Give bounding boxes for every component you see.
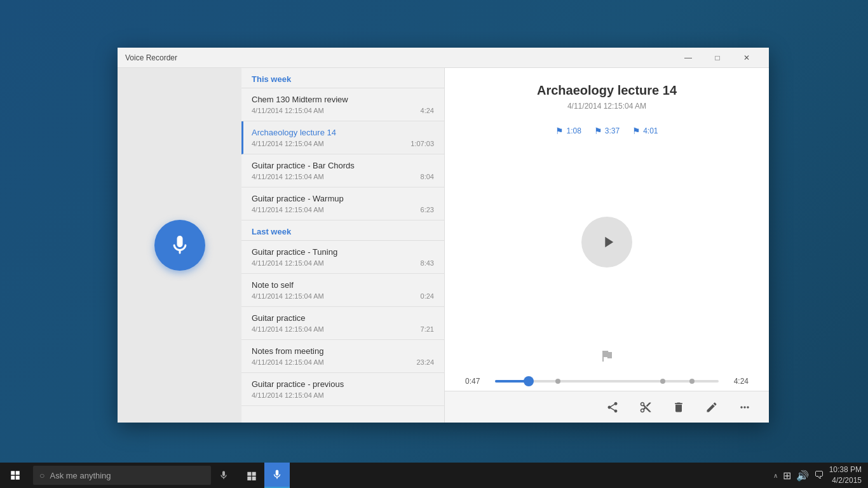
- task-view-button[interactable]: [239, 463, 264, 488]
- record-button[interactable]: [154, 220, 205, 271]
- play-area: [445, 141, 769, 343]
- clock-time: 10:38 PM: [829, 464, 862, 475]
- list-item[interactable]: Guitar practice - Tuning 4/11/2014 12:15…: [241, 241, 444, 274]
- detail-date: 4/11/2014 12:15:04 AM: [465, 102, 749, 111]
- recording-duration: 8:43: [421, 259, 434, 267]
- marker-time-1: 1:08: [566, 126, 581, 135]
- progress-bar[interactable]: [495, 380, 719, 383]
- recording-date: 4/11/2014 12:15:04 AM: [252, 107, 324, 114]
- microphone-icon: [168, 234, 191, 257]
- list-item[interactable]: Archaeology lecture 14 4/11/2014 12:15:0…: [241, 121, 444, 154]
- flag-icon-3: ⚑: [632, 126, 641, 136]
- trim-icon: [639, 401, 652, 414]
- flag-icon-2: ⚑: [594, 126, 602, 136]
- recording-meta: 4/11/2014 12:15:04 AM 0:24: [252, 292, 434, 300]
- marker-2[interactable]: ⚑ 3:37: [594, 126, 620, 136]
- detail-header: Archaeology lecture 14 4/11/2014 12:15:0…: [445, 68, 769, 121]
- windows-icon: [10, 470, 21, 481]
- section-last-week: Last week: [241, 220, 444, 241]
- play-button[interactable]: [581, 217, 632, 268]
- title-bar: Voice Recorder — □ ✕: [118, 48, 769, 68]
- recording-meta: 4/11/2014 12:15:04 AM 8:43: [252, 259, 434, 267]
- maximize-button[interactable]: □: [703, 48, 732, 68]
- list-item[interactable]: Guitar practice - Warmup 4/11/2014 12:15…: [241, 187, 444, 220]
- recording-meta: 4/11/2014 12:15:04 AM 4:24: [252, 107, 434, 114]
- list-item[interactable]: Guitar practice - Bar Chords 4/11/2014 1…: [241, 154, 444, 187]
- recording-date: 4/11/2014 12:15:04 AM: [252, 140, 324, 147]
- more-button[interactable]: [733, 396, 756, 419]
- recording-duration: 7:21: [421, 325, 434, 333]
- flag-add-icon: [599, 348, 614, 363]
- share-button[interactable]: [601, 396, 624, 419]
- taskbar-system-icons: ⊞ 🔊 🗨: [783, 470, 824, 482]
- marker-3[interactable]: ⚑ 4:01: [632, 126, 658, 136]
- recording-date: 4/11/2014 12:15:04 AM: [252, 206, 324, 214]
- recording-name: Guitar practice: [252, 313, 434, 323]
- taskbar: ○ Ask me anything ∧ ⊞: [0, 463, 868, 488]
- recording-name: Archaeology lecture 14: [252, 128, 434, 137]
- recording-date: 4/11/2014 12:15:04 AM: [252, 325, 324, 333]
- rename-icon: [705, 401, 718, 414]
- recording-date: 4/11/2014 12:15:04 AM: [252, 391, 324, 399]
- voice-recorder-taskbar[interactable]: [264, 463, 290, 488]
- recording-meta: 4/11/2014 12:15:04 AM 1:07:03: [252, 140, 434, 147]
- volume-icon: 🔊: [796, 470, 809, 482]
- minimize-button[interactable]: —: [674, 48, 703, 68]
- recording-date: 4/11/2014 12:15:04 AM: [252, 259, 324, 267]
- add-marker-button[interactable]: [599, 348, 614, 367]
- list-item[interactable]: Guitar practice 4/11/2014 12:15:04 AM 7:…: [241, 307, 444, 340]
- notification-icon: 🗨: [814, 470, 824, 481]
- taskbar-buttons: [239, 463, 290, 488]
- list-item[interactable]: Note to self 4/11/2014 12:15:04 AM 0:24: [241, 274, 444, 307]
- recording-meta: 4/11/2014 12:15:04 AM 8:04: [252, 173, 434, 180]
- recording-meta: 4/11/2014 12:15:04 AM 7:21: [252, 325, 434, 333]
- recording-duration: 8:04: [421, 173, 434, 180]
- recording-name: Guitar practice - Tuning: [252, 247, 434, 257]
- taskbar-clock: 10:38 PM 4/2/2015: [829, 464, 862, 486]
- progress-area: 0:47 4:24: [445, 372, 769, 391]
- notification-chevron[interactable]: ∧: [773, 472, 778, 479]
- recording-date: 4/11/2014 12:15:04 AM: [252, 292, 324, 300]
- marker-dot-1: [555, 379, 560, 384]
- recording-name: Notes from meeting: [252, 346, 434, 356]
- recording-name: Guitar practice - Warmup: [252, 194, 434, 203]
- desktop: Voice Recorder — □ ✕ This week: [0, 0, 868, 488]
- list-item[interactable]: Chem 130 Midterm review 4/11/2014 12:15:…: [241, 88, 444, 121]
- trim-button[interactable]: [634, 396, 657, 419]
- progress-thumb[interactable]: [524, 376, 534, 386]
- recording-duration: 23:24: [416, 358, 434, 366]
- search-icon: ○: [39, 470, 44, 480]
- add-marker-area: [445, 343, 769, 372]
- recording-date: 4/11/2014 12:15:04 AM: [252, 173, 324, 180]
- start-button[interactable]: [0, 463, 31, 488]
- section-this-week: This week: [241, 68, 444, 88]
- delete-button[interactable]: [667, 396, 690, 419]
- marker-time-2: 3:37: [605, 126, 620, 135]
- recording-meta: 4/11/2014 12:15:04 AM 6:23: [252, 206, 434, 214]
- markers-area: ⚑ 1:08 ⚑ 3:37 ⚑ 4:01: [445, 121, 769, 141]
- recording-duration: 0:24: [421, 292, 434, 300]
- recording-list[interactable]: This week Chem 130 Midterm review 4/11/2…: [241, 68, 445, 423]
- marker-dot-3: [689, 379, 695, 384]
- window-controls: — □ ✕: [674, 48, 761, 68]
- sidebar-left: [118, 68, 241, 423]
- list-item[interactable]: Notes from meeting 4/11/2014 12:15:04 AM…: [241, 340, 444, 373]
- total-time: 4:24: [726, 377, 749, 386]
- taskbar-mic-button[interactable]: [211, 463, 236, 488]
- share-icon: [606, 401, 619, 414]
- close-button[interactable]: ✕: [732, 48, 761, 68]
- taskbar-search[interactable]: ○ Ask me anything: [33, 466, 211, 485]
- recording-name: Guitar practice - Bar Chords: [252, 161, 434, 170]
- marker-dot-2: [660, 379, 665, 384]
- recording-name: Chem 130 Midterm review: [252, 95, 434, 104]
- bottom-toolbar: [445, 391, 769, 423]
- list-item[interactable]: Guitar practice - previous 4/11/2014 12:…: [241, 373, 444, 406]
- current-time: 0:47: [465, 377, 487, 386]
- recording-duration: 4:24: [421, 107, 434, 114]
- rename-button[interactable]: [700, 396, 723, 419]
- recording-meta: 4/11/2014 12:15:04 AM: [252, 391, 434, 399]
- recording-name: Note to self: [252, 280, 434, 290]
- app-content: This week Chem 130 Midterm review 4/11/2…: [118, 68, 769, 423]
- app-window: Voice Recorder — □ ✕ This week: [118, 48, 769, 423]
- marker-1[interactable]: ⚑ 1:08: [555, 126, 581, 136]
